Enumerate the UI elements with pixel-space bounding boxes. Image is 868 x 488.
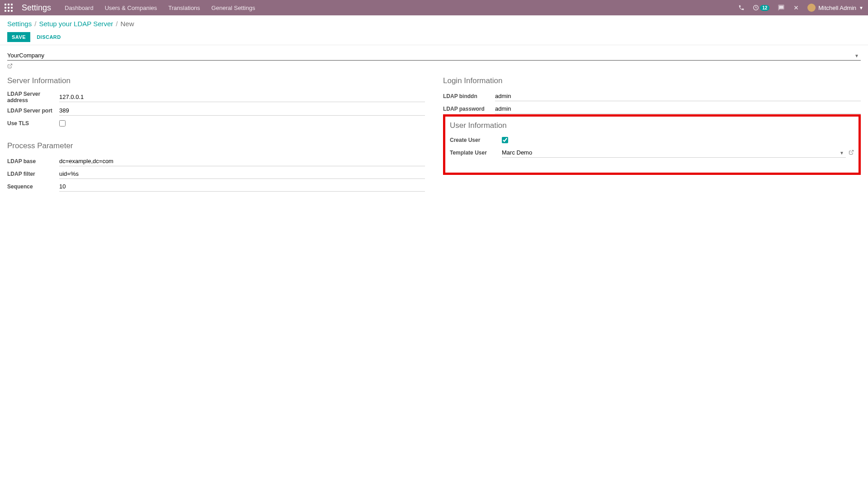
nav-menu: Dashboard Users & Companies Translations… [65,5,255,11]
input-ldap-base[interactable] [59,156,425,166]
template-user-m2o[interactable]: ▼ [502,148,854,158]
right-column: Login Information LDAP binddn LDAP passw… [443,76,861,194]
left-column: Server Information LDAP Server address L… [7,76,425,194]
company-field-row: ▼ [7,51,861,61]
breadcrumb-root[interactable]: Settings [7,20,32,28]
section-server-info: Server Information [7,76,425,85]
activity-badge: 12 [760,5,769,11]
field-create-user: Create User [450,135,854,145]
input-binddn[interactable] [495,91,861,101]
nav-users-companies[interactable]: Users & Companies [105,5,157,11]
field-password: LDAP password [443,103,861,114]
caret-down-icon: ▼ [859,5,863,10]
label-template-user: Template User [450,150,502,156]
field-use-tls: Use TLS [7,118,425,129]
user-menu[interactable]: Mitchell Admin ▼ [807,4,863,12]
action-buttons: SAVE DISCARD [7,32,861,42]
external-link-icon[interactable] [849,150,854,156]
user-info-highlight: User Information Create User Template Us… [443,114,861,175]
phone-icon[interactable] [738,5,745,11]
input-ldap-filter[interactable] [59,169,425,179]
label-ldap-base: LDAP base [7,158,59,164]
field-binddn: LDAP binddn [443,91,861,102]
topbar-right: 12 Mitchell Admin ▼ [738,4,863,12]
label-ldap-filter: LDAP filter [7,171,59,177]
field-ldap-base: LDAP base [7,156,425,167]
label-create-user: Create User [450,137,502,143]
breadcrumb-sep: / [34,20,36,28]
field-ldap-filter: LDAP filter [7,169,425,179]
save-button[interactable]: SAVE [7,32,30,42]
section-user-info: User Information [450,121,854,130]
label-binddn: LDAP binddn [443,93,495,99]
top-navbar: Settings Dashboard Users & Companies Tra… [0,0,868,15]
form-sheet: ▼ Server Information LDAP Server address… [0,45,868,199]
input-server-address[interactable] [59,92,425,102]
label-server-port: LDAP Server port [7,108,59,114]
field-server-port: LDAP Server port [7,105,425,116]
form-columns: Server Information LDAP Server address L… [7,76,861,194]
label-server-address: LDAP Server address [7,91,59,103]
avatar [807,4,816,12]
breadcrumb-current: New [121,20,134,28]
app-title: Settings [22,3,51,13]
input-template-user[interactable] [502,148,846,158]
input-server-port[interactable] [59,106,425,116]
checkbox-use-tls[interactable] [59,120,66,127]
discard-button[interactable]: DISCARD [37,34,61,40]
control-panel: Settings / Setup your LDAP Server / New … [0,15,868,45]
company-m2o[interactable]: ▼ [7,51,861,61]
label-sequence: Sequence [7,183,59,190]
activity-icon[interactable]: 12 [753,5,769,11]
section-process-param: Process Parameter [7,141,425,150]
user-name: Mitchell Admin [818,5,856,11]
company-input[interactable] [7,51,861,61]
label-password: LDAP password [443,106,495,112]
breadcrumb: Settings / Setup your LDAP Server / New [7,20,861,28]
messaging-icon[interactable] [778,4,785,11]
checkbox-create-user[interactable] [502,137,508,143]
nav-general-settings[interactable]: General Settings [212,5,255,11]
chevron-down-icon[interactable]: ▼ [840,150,844,155]
section-login-info: Login Information [443,76,861,85]
input-sequence[interactable] [59,182,425,192]
field-server-address: LDAP Server address [7,91,425,103]
apps-icon[interactable] [5,4,13,12]
breadcrumb-sep: / [116,20,118,28]
nav-dashboard[interactable]: Dashboard [65,5,94,11]
chevron-down-icon[interactable]: ▼ [854,53,859,58]
label-use-tls: Use TLS [7,120,59,127]
close-icon[interactable] [793,5,799,11]
external-link-icon[interactable] [7,63,13,70]
field-template-user: Template User ▼ [450,147,854,158]
breadcrumb-mid[interactable]: Setup your LDAP Server [39,20,113,28]
nav-translations[interactable]: Translations [168,5,200,11]
input-password[interactable] [495,104,861,114]
field-sequence: Sequence [7,181,425,192]
